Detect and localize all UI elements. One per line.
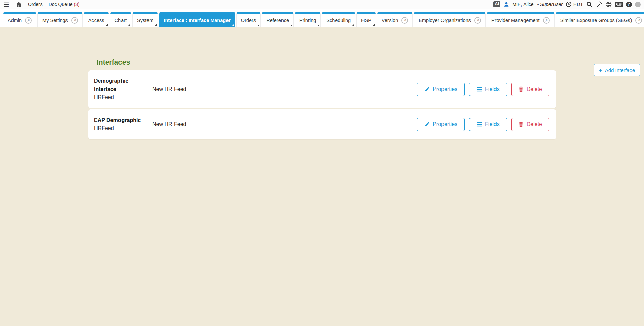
legend-left-line: [88, 62, 93, 62]
properties-button[interactable]: Properties: [417, 118, 465, 131]
tab-admin[interactable]: Admin ↗: [3, 12, 36, 27]
interface-card: Demographic Interface HRFeed New HR Feed…: [88, 70, 556, 108]
fields-button[interactable]: Fields: [469, 118, 507, 131]
tab-menu-corner-icon: [128, 24, 130, 26]
user-role: - SuperUser: [537, 2, 563, 7]
delete-button[interactable]: Delete: [511, 83, 549, 96]
interface-code: HRFeed: [94, 124, 146, 132]
tab-access[interactable]: Access: [84, 12, 109, 27]
timezone-label: EDT: [573, 2, 583, 7]
tab-similar-exposure-groups[interactable]: Similar Exposure Groups (SEGs) ↗: [556, 12, 644, 27]
tab-menu-corner-icon: [155, 24, 157, 26]
tab-menu-corner-icon: [232, 24, 234, 26]
tab-version[interactable]: Version ↗: [377, 12, 412, 27]
keyboard-icon[interactable]: [615, 2, 623, 7]
popout-icon: ↗: [543, 17, 550, 24]
tab-scheduling[interactable]: Scheduling: [322, 12, 355, 27]
tab-provider-management[interactable]: Provider Management ↗: [487, 12, 554, 27]
list-icon: [477, 122, 482, 127]
interface-description: New HR Feed: [152, 86, 417, 92]
tab-menu-corner-icon: [352, 24, 354, 26]
popout-icon: ↗: [474, 17, 481, 24]
tab-system[interactable]: System: [133, 12, 158, 27]
top-bar: ☰ Orders Doc Queue (3) AI MIE, Alice - S…: [0, 0, 644, 9]
wand-icon[interactable]: [596, 1, 602, 8]
tab-reference[interactable]: Reference: [262, 12, 293, 27]
pencil-icon: [424, 122, 430, 127]
add-interface-button[interactable]: + Add Interface: [594, 64, 640, 76]
hamburger-menu-icon[interactable]: ☰: [3, 1, 9, 8]
tab-interface-manager-active[interactable]: Interface : Interface Manager: [159, 12, 235, 27]
section-legend: Interfaces: [88, 58, 556, 66]
trash-icon: [519, 122, 524, 127]
admin-tab-bar: Admin ↗ My Settings ↗ Access Chart Syste…: [0, 9, 644, 27]
topnav-doc-queue[interactable]: Doc Queue (3): [49, 2, 80, 7]
tab-my-settings[interactable]: My Settings ↗: [38, 12, 82, 27]
properties-button[interactable]: Properties: [417, 83, 465, 96]
delete-button[interactable]: Delete: [511, 118, 549, 131]
user-icon[interactable]: [503, 1, 509, 7]
tab-menu-corner-icon: [373, 24, 375, 26]
topnav-orders[interactable]: Orders: [28, 2, 43, 7]
tab-hsp[interactable]: HSP: [357, 12, 376, 27]
list-icon: [477, 87, 482, 92]
tab-employer-organizations[interactable]: Employer Organizations ↗: [414, 12, 485, 27]
status-circle-icon: [635, 2, 641, 7]
clock-icon[interactable]: [566, 1, 572, 7]
popout-icon: ↗: [71, 17, 78, 24]
interfaces-section: Interfaces Demographic Interface HRFeed …: [88, 58, 556, 139]
popout-icon: ↗: [25, 17, 32, 24]
user-name[interactable]: MIE, Alice: [512, 2, 533, 7]
help-icon[interactable]: ?: [626, 2, 632, 7]
interface-code: HRFeed: [94, 93, 146, 101]
search-icon[interactable]: [586, 1, 593, 8]
legend-right-line: [134, 62, 556, 62]
section-title: Interfaces: [93, 58, 134, 66]
interface-card: EAP Demographic HRFeed New HR Feed Prope…: [88, 109, 556, 139]
globe-icon[interactable]: [606, 1, 612, 8]
doc-queue-count: (3): [74, 2, 79, 7]
interface-description: New HR Feed: [152, 121, 417, 127]
plus-icon: +: [599, 67, 602, 73]
tab-menu-corner-icon: [290, 24, 292, 26]
trash-icon: [519, 86, 524, 92]
popout-icon: ↗: [635, 17, 642, 24]
tab-menu-corner-icon: [257, 24, 259, 26]
home-icon[interactable]: [16, 1, 22, 7]
interface-name: Demographic Interface: [94, 77, 146, 93]
tab-menu-corner-icon: [317, 24, 319, 26]
pencil-icon: [424, 86, 430, 92]
popout-icon: ↗: [401, 17, 408, 24]
tab-chart[interactable]: Chart: [110, 12, 131, 27]
interface-name: EAP Demographic: [94, 116, 146, 124]
tab-menu-corner-icon: [106, 24, 108, 26]
fields-button[interactable]: Fields: [469, 83, 507, 96]
main-content: + Add Interface Interfaces Demographic I…: [0, 58, 644, 326]
tab-orders[interactable]: Orders: [237, 12, 260, 27]
tab-printing[interactable]: Printing: [295, 12, 320, 27]
ai-badge[interactable]: AI: [493, 1, 500, 7]
